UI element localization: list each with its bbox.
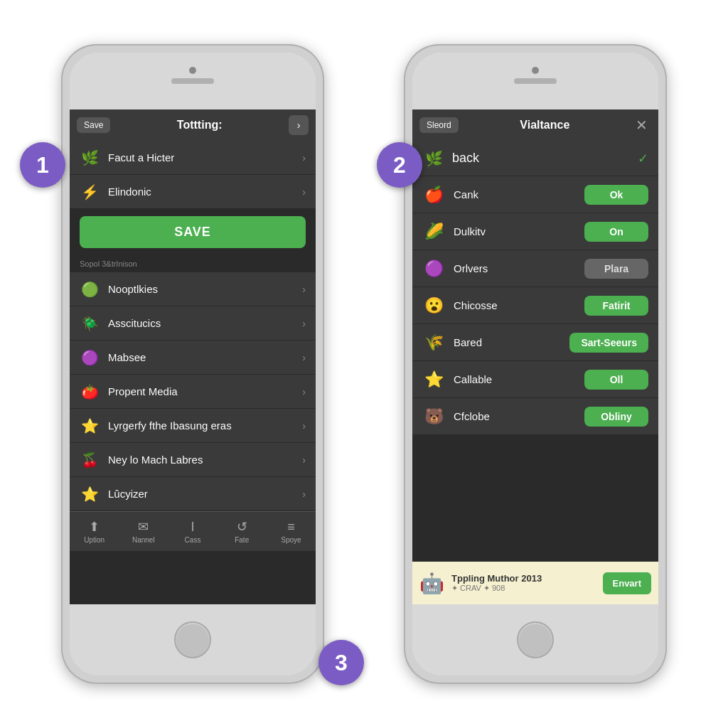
badge-3-label: 3 — [335, 650, 348, 676]
phone-1: Save Tottting: › 🌿 Facut a Hicter › ⚡ El… — [61, 44, 324, 684]
callable-icon: ⭐ — [422, 368, 445, 391]
back-item[interactable]: 🌿 back ✓ — [412, 141, 658, 176]
speaker-icon — [171, 78, 214, 84]
asscitucics-label: Asscitucics — [108, 317, 294, 329]
tab-bar: ⬆ Uption ✉ Nannel I Cass ↺ Fate — [70, 511, 316, 551]
phone-2: Sleord Vialtance ✕ 🌿 back ✓ 🍎 Cank Ok — [404, 44, 667, 684]
camera-icon — [189, 67, 196, 74]
phone-1-top-bezel — [70, 53, 316, 109]
lyrgerfy-label: Lyrgerfy fthe Ibasung eras — [108, 419, 294, 432]
game-item-orlvers[interactable]: 🟣 Orlvers Plara — [412, 250, 658, 287]
spoye-label: Spoye — [281, 536, 301, 544]
lucyizer-icon: ⭐ — [80, 484, 100, 504]
menu-item-nooptlkies[interactable]: 🟢 Nooptlkies › — [70, 272, 316, 306]
facut-label: Facut a Hicter — [108, 151, 294, 164]
phone-2-inner: Sleord Vialtance ✕ 🌿 back ✓ 🍎 Cank Ok — [412, 53, 658, 675]
home-button-2[interactable] — [517, 621, 554, 658]
back-button[interactable]: Sleord — [419, 117, 459, 133]
menu-item-propent-media[interactable]: 🍅 Propent Media › — [70, 375, 316, 409]
menu-item-elindonic[interactable]: ⚡ Elindonic › — [70, 175, 316, 209]
game-item-bared[interactable]: 🌾 Bared Sart-Seeurs — [412, 324, 658, 361]
game-item-chicosse[interactable]: 😮 Chicosse Fatirit — [412, 287, 658, 324]
menu-item-mabsee[interactable]: 🟣 Mabsee › — [70, 341, 316, 375]
badge-1: 1 — [20, 142, 65, 188]
header-save-button[interactable]: Save — [77, 117, 110, 133]
scene: Save Tottting: › 🌿 Facut a Hicter › ⚡ El… — [0, 0, 728, 728]
cfclobe-icon: 🐻 — [422, 405, 445, 428]
lyrgerfy-icon: ⭐ — [80, 416, 100, 436]
save-button-row: SAVE — [70, 209, 316, 255]
fate-label: Fate — [235, 536, 249, 544]
uption-label: Uption — [84, 536, 105, 544]
dulkitv-label: Dulkitv — [454, 225, 576, 237]
section-label: Sopol 3&trInison — [70, 255, 316, 272]
nannel-icon: ✉ — [138, 519, 149, 535]
menu-item-asscitucics[interactable]: 🪲 Asscitucics › — [70, 306, 316, 341]
bared-icon: 🌾 — [422, 331, 445, 354]
fate-icon: ↺ — [237, 519, 247, 535]
phone-1-inner: Save Tottting: › 🌿 Facut a Hicter › ⚡ El… — [70, 53, 316, 675]
cass-icon: I — [191, 520, 195, 535]
phone-1-screen: Save Tottting: › 🌿 Facut a Hicter › ⚡ El… — [70, 109, 316, 604]
orlvers-button[interactable]: Plara — [584, 259, 648, 279]
back-check-icon: ✓ — [638, 151, 648, 166]
menu-item-lyrgerfy[interactable]: ⭐ Lyrgerfy fthe Ibasung eras › — [70, 409, 316, 443]
promo-button[interactable]: Envart — [603, 572, 651, 594]
bared-button[interactable]: Sart-Seeurs — [569, 333, 648, 353]
mabsee-label: Mabsee — [108, 351, 294, 363]
ney-lo-label: Ney lo Mach Labres — [108, 454, 294, 466]
screen1-title: Tottting: — [116, 119, 283, 132]
chicosse-label: Chicosse — [454, 299, 576, 311]
menu-item-ney-lo[interactable]: 🍒 Ney lo Mach Labres › — [70, 443, 316, 477]
bared-label: Bared — [454, 336, 561, 348]
screen2-header: Sleord Vialtance ✕ — [412, 109, 658, 141]
menu-item-lucyizer[interactable]: ⭐ Lûcyizer › — [70, 477, 316, 511]
chicosse-button[interactable]: Fatirit — [584, 296, 648, 316]
elindonic-label: Elindonic — [108, 186, 294, 198]
tab-spoye[interactable]: ≡ Spoye — [267, 512, 316, 551]
save-big-button[interactable]: SAVE — [80, 216, 306, 248]
menu-item-facut[interactable]: 🌿 Facut a Hicter › — [70, 141, 316, 175]
callable-label: Callable — [454, 373, 576, 385]
promo-title: Tppling Muthor 2013 — [451, 573, 596, 584]
tab-fate[interactable]: ↺ Fate — [218, 512, 267, 551]
ney-lo-icon: 🍒 — [80, 450, 100, 470]
cfclobe-button[interactable]: Obliny — [584, 407, 648, 427]
cank-button[interactable]: Ok — [584, 185, 648, 205]
screen1-header: Save Tottting: › — [70, 109, 316, 141]
game-item-dulkitv[interactable]: 🌽 Dulkitv On — [412, 213, 658, 250]
tab-cass[interactable]: I Cass — [168, 512, 217, 551]
dulkitv-icon: 🌽 — [422, 220, 445, 243]
dulkitv-button[interactable]: On — [584, 222, 648, 242]
asscitucics-icon: 🪲 — [80, 314, 100, 333]
badge-2-label: 2 — [393, 152, 406, 178]
facut-chevron: › — [302, 152, 306, 164]
home-button-1[interactable] — [174, 621, 211, 658]
nooptlkies-label: Nooptlkies — [108, 283, 294, 295]
phone-2-screen: Sleord Vialtance ✕ 🌿 back ✓ 🍎 Cank Ok — [412, 109, 658, 604]
orlvers-icon: 🟣 — [422, 257, 445, 280]
facut-icon: 🌿 — [80, 148, 100, 168]
back-item-label: back — [452, 151, 631, 166]
close-icon[interactable]: ✕ — [631, 117, 651, 134]
back-item-icon: 🌿 — [422, 147, 445, 170]
promo-bar: 🤖 Tppling Muthor 2013 ✦ CRAV ✦ 908 Envar… — [412, 562, 658, 604]
nannel-label: Nannel — [132, 536, 155, 544]
lucyizer-label: Lûcyizer — [108, 488, 294, 500]
callable-button[interactable]: Oll — [584, 370, 648, 390]
tab-uption[interactable]: ⬆ Uption — [70, 512, 119, 551]
chicosse-icon: 😮 — [422, 294, 445, 317]
camera-2-icon — [532, 67, 539, 74]
cank-label: Cank — [454, 188, 576, 200]
game-item-cank[interactable]: 🍎 Cank Ok — [412, 176, 658, 213]
speaker-2-icon — [514, 78, 557, 84]
promo-icon: 🤖 — [419, 572, 444, 595]
screen1-arrow[interactable]: › — [289, 115, 309, 135]
screen2-title: Vialtance — [464, 119, 626, 132]
game-item-callable[interactable]: ⭐ Callable Oll — [412, 361, 658, 398]
orlvers-label: Orlvers — [454, 262, 576, 274]
phone-2-bottom-bezel — [412, 604, 658, 675]
badge-1-label: 1 — [36, 152, 49, 178]
tab-nannel[interactable]: ✉ Nannel — [119, 512, 168, 551]
game-item-cfclobe[interactable]: 🐻 Cfclobe Obliny — [412, 398, 658, 435]
